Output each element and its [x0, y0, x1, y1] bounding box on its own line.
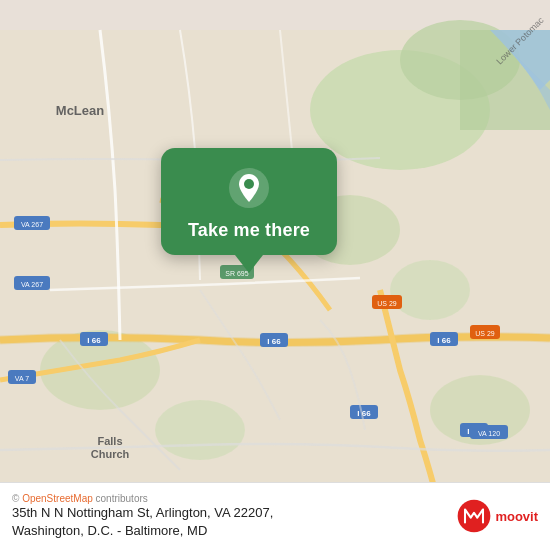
svg-text:VA 7: VA 7: [15, 375, 29, 382]
svg-point-5: [390, 260, 470, 320]
callout-label: Take me there: [188, 220, 310, 241]
svg-text:McLean: McLean: [56, 103, 104, 118]
moovit-logo-icon: [456, 498, 492, 534]
svg-text:US 29: US 29: [377, 300, 397, 307]
svg-point-7: [155, 400, 245, 460]
map-container: I 66 I 66 I 66 I 66 I 66 VA 267 VA 267 S…: [0, 0, 550, 550]
map-background: I 66 I 66 I 66 I 66 I 66 VA 267 VA 267 S…: [0, 0, 550, 550]
osm-attribution: © OpenStreetMap contributors: [12, 493, 446, 504]
svg-text:I 66: I 66: [87, 336, 101, 345]
moovit-wordmark: moovit: [495, 509, 538, 524]
callout-box[interactable]: Take me there: [161, 148, 337, 255]
location-pin-icon: [227, 166, 271, 210]
address-line2: Washington, D.C. - Baltimore, MD: [12, 523, 207, 538]
svg-text:US 29: US 29: [475, 330, 495, 337]
svg-text:I 66: I 66: [267, 337, 281, 346]
svg-point-40: [244, 179, 254, 189]
address-line1: 35th N N Nottingham St, Arlington, VA 22…: [12, 505, 273, 520]
svg-text:I 66: I 66: [357, 409, 371, 418]
svg-text:Falls: Falls: [97, 435, 122, 447]
svg-text:Church: Church: [91, 448, 130, 460]
svg-point-41: [458, 500, 491, 533]
info-bar: © OpenStreetMap contributors 35th N N No…: [0, 482, 550, 550]
map-callout[interactable]: Take me there: [148, 148, 350, 273]
moovit-logo: moovit: [456, 498, 538, 534]
svg-text:VA 120: VA 120: [478, 430, 500, 437]
address-text: 35th N N Nottingham St, Arlington, VA 22…: [12, 504, 446, 540]
callout-pointer: [235, 255, 263, 273]
svg-text:I 66: I 66: [437, 336, 451, 345]
svg-text:VA 267: VA 267: [21, 221, 43, 228]
svg-text:VA 267: VA 267: [21, 281, 43, 288]
